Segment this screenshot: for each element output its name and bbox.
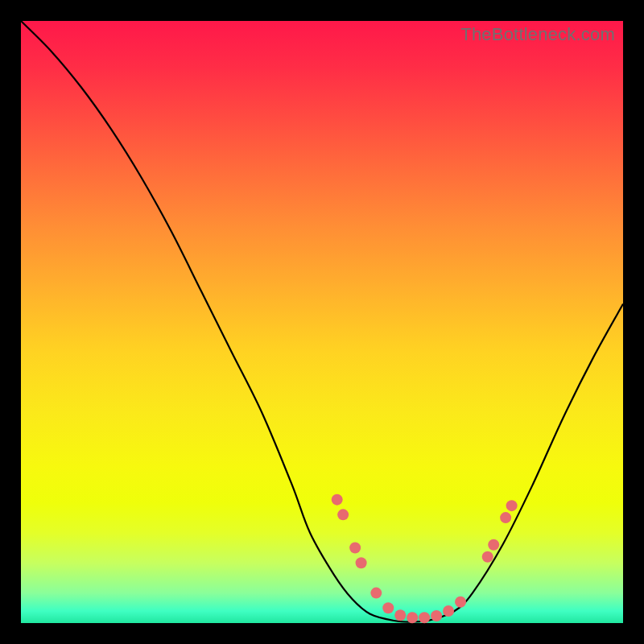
data-marker xyxy=(356,557,367,568)
data-marker xyxy=(382,602,394,613)
data-marker xyxy=(332,494,343,506)
data-marker xyxy=(500,512,511,523)
data-marker xyxy=(419,612,430,623)
data-marker xyxy=(482,551,493,563)
plot-svg xyxy=(21,21,623,623)
data-marker xyxy=(506,500,518,511)
data-marker xyxy=(455,597,466,608)
data-marker xyxy=(337,509,349,520)
data-marker xyxy=(443,605,454,617)
bottleneck-curve xyxy=(21,21,623,622)
markers-group xyxy=(332,494,518,624)
watermark-text: TheBottleneck.com xyxy=(460,24,615,45)
chart-area: TheBottleneck.com xyxy=(21,21,623,623)
data-marker xyxy=(370,588,382,599)
data-marker xyxy=(488,539,499,551)
data-marker xyxy=(407,612,418,623)
data-marker xyxy=(431,610,442,621)
data-marker xyxy=(349,543,361,554)
data-marker xyxy=(394,609,406,621)
